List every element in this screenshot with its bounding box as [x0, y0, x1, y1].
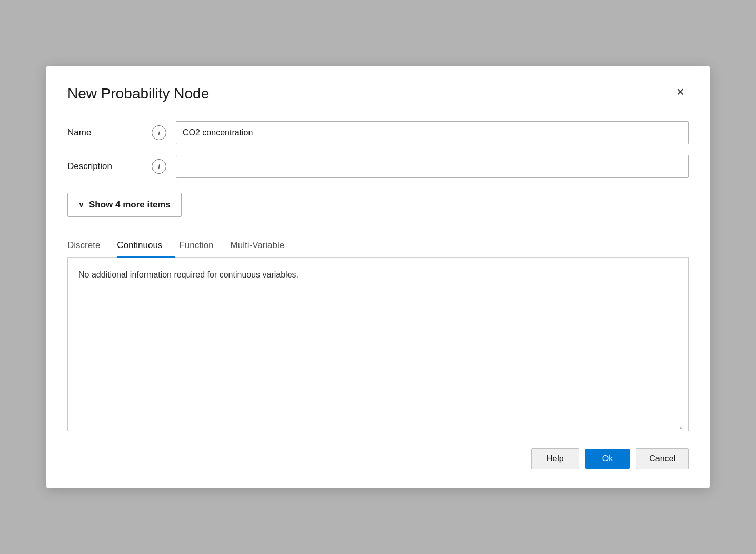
- name-row: Name i: [67, 121, 689, 144]
- description-input[interactable]: [176, 155, 689, 178]
- tab-function[interactable]: Function: [179, 234, 226, 257]
- dialog-title: New Probability Node: [67, 85, 209, 103]
- show-more-button[interactable]: ∨ Show 4 more items: [67, 193, 182, 217]
- dialog-header: New Probability Node ×: [67, 85, 689, 103]
- dialog-overlay: New Probability Node × Name i Descriptio…: [0, 0, 756, 554]
- dialog: New Probability Node × Name i Descriptio…: [46, 66, 710, 489]
- tab-discrete[interactable]: Discrete: [67, 234, 113, 257]
- close-button[interactable]: ×: [672, 83, 689, 101]
- description-row: Description i: [67, 155, 689, 178]
- chevron-icon: ∨: [78, 201, 84, 209]
- dialog-footer: Help Ok Cancel: [67, 448, 689, 469]
- tabs-container: Discrete Continuous Function Multi-Varia…: [67, 234, 689, 431]
- tabs-nav: Discrete Continuous Function Multi-Varia…: [67, 234, 689, 258]
- name-info-icon: i: [152, 125, 166, 140]
- ok-button[interactable]: Ok: [585, 449, 630, 469]
- tab-panel-continuous: No additional information required for c…: [78, 270, 678, 280]
- form-section: Name i Description i: [67, 121, 689, 178]
- name-label: Name: [67, 127, 152, 138]
- tab-continuous[interactable]: Continuous: [117, 234, 175, 257]
- tab-multivariable[interactable]: Multi-Variable: [231, 234, 297, 257]
- show-more-label: Show 4 more items: [89, 200, 171, 210]
- description-label: Description: [67, 161, 152, 172]
- tab-content-area: No additional information required for c…: [67, 258, 689, 431]
- resize-handle[interactable]: ⌞: [680, 422, 686, 429]
- help-button[interactable]: Help: [531, 448, 579, 469]
- cancel-button[interactable]: Cancel: [636, 448, 689, 469]
- name-input[interactable]: [176, 121, 689, 144]
- description-info-icon: i: [152, 159, 166, 174]
- continuous-info-text: No additional information required for c…: [78, 270, 678, 280]
